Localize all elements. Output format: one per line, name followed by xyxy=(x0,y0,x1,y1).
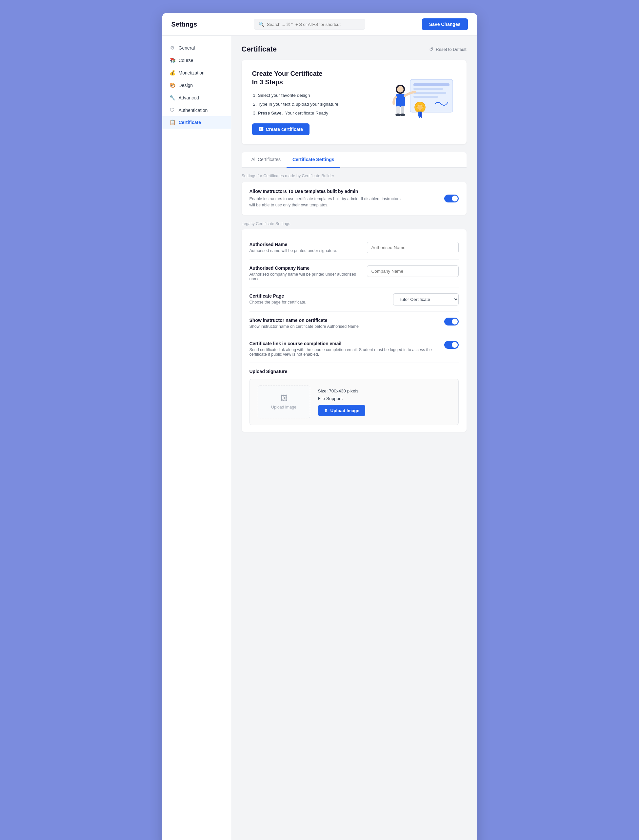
svg-rect-1 xyxy=(413,83,450,86)
general-icon: ⚙ xyxy=(170,45,175,51)
certificate-illustration xyxy=(384,76,456,129)
cert-link-toggle[interactable] xyxy=(444,341,459,349)
sidebar-item-general[interactable]: ⚙ General xyxy=(162,41,231,54)
page-title: Certificate xyxy=(242,45,277,54)
cert-link-desc: Send certificate link along with the cou… xyxy=(250,347,436,357)
sidebar-label-course: Course xyxy=(179,58,194,63)
svg-rect-13 xyxy=(396,94,405,107)
show-instructor-col: Show instructor name on certificate Show… xyxy=(250,318,436,329)
promo-text: Create Your CertificateIn 3 Steps Select… xyxy=(252,69,339,135)
upload-info: Size: 700x430 pixels File Support: ⬆ Upl… xyxy=(318,387,366,416)
cert-link-label: Certificate link in course completion em… xyxy=(250,341,436,346)
create-certificate-button[interactable]: 🖼 Create certificate xyxy=(252,123,310,135)
cert-page-row: Certificate Page Choose the page for cer… xyxy=(250,287,459,312)
upload-area: 🖼 Upload image Size: 700x430 pixels File… xyxy=(250,379,459,425)
allow-instructors-toggle[interactable] xyxy=(444,194,459,202)
svg-rect-2 xyxy=(413,88,443,90)
company-name-row: Authorised Company Name Authorised compa… xyxy=(250,260,459,287)
promo-heading: Create Your CertificateIn 3 Steps xyxy=(252,69,339,86)
allow-instructors-col: Allow Instructors To Use templates built… xyxy=(250,189,407,208)
toggle-slider xyxy=(444,194,459,202)
show-instructor-desc: Show instructor name on certificate befo… xyxy=(250,324,436,329)
cert-page-label: Certificate Page xyxy=(250,293,385,299)
promo-step-2: Type in your text & upload your signatur… xyxy=(258,100,339,108)
sidebar-label-monetization: Monetization xyxy=(179,70,205,75)
topbar: Settings 🔍 Save Changes xyxy=(162,13,477,36)
sidebar-item-monetization[interactable]: 💰 Monetization xyxy=(162,67,231,79)
tabs-row: All Certificates Certificate Settings xyxy=(242,152,467,168)
show-instructor-label: Show instructor name on certificate xyxy=(250,318,436,323)
authorised-name-label: Authorised Name xyxy=(250,242,359,247)
advanced-icon: 🔧 xyxy=(170,95,175,101)
svg-rect-14 xyxy=(396,106,400,115)
sidebar-label-certificate: Certificate xyxy=(179,120,201,125)
legacy-settings-card: Authorised Name Authorised name will be … xyxy=(242,230,467,432)
allow-instructors-card: Allow Instructors To Use templates built… xyxy=(242,182,467,215)
certificate-icon: 📋 xyxy=(170,120,175,125)
reset-label: Reset to Default xyxy=(436,47,466,52)
course-icon: 📚 xyxy=(170,57,175,63)
save-button[interactable]: Save Changes xyxy=(422,18,468,30)
svg-rect-4 xyxy=(413,96,438,98)
svg-point-7 xyxy=(417,105,423,110)
tab-certificate-settings[interactable]: Certificate Settings xyxy=(286,152,340,168)
sidebar-label-authentication: Authentication xyxy=(179,108,208,113)
toggle-slider-2 xyxy=(444,318,459,325)
app-title: Settings xyxy=(172,21,197,28)
upload-image-label: Upload Image xyxy=(331,408,360,413)
auth-icon: 🛡 xyxy=(170,107,175,113)
company-name-desc: Authorised company name will be printed … xyxy=(250,272,359,281)
upload-icon: ⬆ xyxy=(324,408,328,413)
image-icon: 🖼 xyxy=(280,394,288,403)
cert-page-col: Certificate Page Choose the page for cer… xyxy=(250,293,385,304)
svg-rect-3 xyxy=(413,92,446,94)
upload-placeholder: 🖼 Upload image xyxy=(258,386,310,418)
svg-point-18 xyxy=(397,86,404,92)
authorised-name-col: Authorised Name Authorised name will be … xyxy=(250,242,359,253)
tab-all-certificates[interactable]: All Certificates xyxy=(246,152,286,168)
sidebar-label-general: General xyxy=(179,45,195,51)
upload-size-info: Size: 700x430 pixels xyxy=(318,387,366,395)
search-bar[interactable]: 🔍 xyxy=(254,19,365,30)
allow-instructors-desc: Enable instructors to use certificate te… xyxy=(250,196,407,208)
upload-signature-section: Upload Signature 🖼 Upload image Size: 70… xyxy=(250,363,459,425)
show-instructor-toggle[interactable] xyxy=(444,318,459,325)
promo-steps: Select your favorite design Type in your… xyxy=(252,91,339,118)
page-header: Certificate ↺ Reset to Default xyxy=(242,45,467,54)
show-instructor-row: Show instructor name on certificate Show… xyxy=(250,312,459,335)
create-cert-icon: 🖼 xyxy=(259,127,263,132)
sidebar-label-advanced: Advanced xyxy=(179,95,199,100)
cert-page-desc: Choose the page for certificate. xyxy=(250,300,385,304)
reset-to-default-button[interactable]: ↺ Reset to Default xyxy=(429,46,466,52)
content-area: Certificate ↺ Reset to Default Create Yo… xyxy=(231,36,477,840)
sidebar-label-design: Design xyxy=(179,83,193,88)
upload-image-button[interactable]: ⬆ Upload Image xyxy=(318,405,366,416)
company-name-input[interactable] xyxy=(367,265,459,277)
search-input[interactable] xyxy=(267,22,360,27)
cert-link-col: Certificate link in course completion em… xyxy=(250,341,436,357)
authorised-name-input[interactable] xyxy=(367,242,459,253)
section-label: Settings for Certificates made by Certif… xyxy=(242,174,467,178)
authorised-name-row: Authorised Name Authorised name will be … xyxy=(250,236,459,260)
svg-rect-8 xyxy=(418,112,420,116)
sidebar-item-design[interactable]: 🎨 Design xyxy=(162,79,231,92)
promo-step-3: Press Save, Your certificate Ready xyxy=(258,108,339,118)
upload-signature-label: Upload Signature xyxy=(250,369,459,374)
sidebar-item-advanced[interactable]: 🔧 Advanced xyxy=(162,92,231,104)
promo-step-1: Select your favorite design xyxy=(258,91,339,100)
sidebar-item-authentication[interactable]: 🛡 Authentication xyxy=(162,104,231,116)
search-icon: 🔍 xyxy=(259,22,264,27)
sidebar-item-certificate[interactable]: 📋 Certificate xyxy=(162,116,231,129)
design-icon: 🎨 xyxy=(170,82,175,88)
allow-instructors-row: Allow Instructors To Use templates built… xyxy=(250,189,459,208)
toggle-slider-3 xyxy=(444,341,459,349)
cert-page-select[interactable]: Tutor Certificate Custom Page xyxy=(393,293,459,306)
company-name-label: Authorised Company Name xyxy=(250,265,359,271)
create-cert-label: Create certificate xyxy=(266,127,303,132)
svg-point-16 xyxy=(396,113,401,116)
upload-file-support: File Support: xyxy=(318,395,366,403)
svg-rect-15 xyxy=(401,106,404,115)
legacy-section-label: Legacy Certificate Settings xyxy=(242,222,467,226)
sidebar-item-course[interactable]: 📚 Course xyxy=(162,54,231,67)
cert-link-row: Certificate link in course completion em… xyxy=(250,335,459,363)
